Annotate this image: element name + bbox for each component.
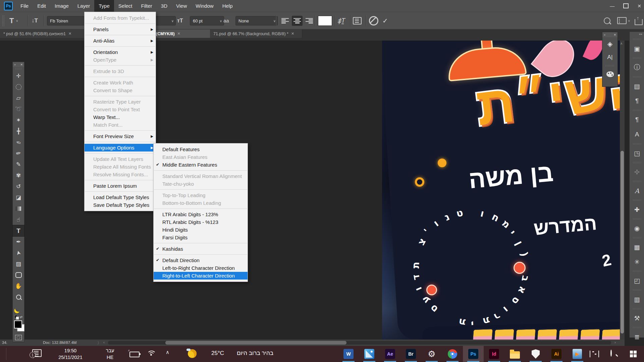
menu-item-panels[interactable]: Panels▶ (85, 25, 156, 33)
minimize-button[interactable]: — (610, 3, 614, 9)
menubar-item-image[interactable]: Image (50, 0, 73, 12)
menu-item-resolve-missing-fonts[interactable]: Resolve Missing Fonts... (85, 171, 156, 178)
styles-wheel-panel-icon[interactable]: ✳ (630, 254, 644, 269)
swap-colors-icon[interactable]: ⇄ (20, 315, 22, 319)
document-tab[interactable]: 71.psd @ 66.7% (Background, RGB/8) *✕ (210, 29, 302, 38)
language-indicator[interactable]: עבר HE (101, 347, 119, 361)
menu-item-east-asian-features[interactable]: East Asian Features (154, 153, 248, 161)
menu-item-left-to-right-character-direction[interactable]: Left-to-Right Character Direction (154, 264, 248, 272)
colors-panel-icon[interactable]: ◉ (630, 221, 644, 236)
taskbar-app-file-explorer[interactable] (504, 346, 525, 362)
zoom-tool[interactable] (13, 292, 24, 303)
3d-panel-icon[interactable]: ◳ (630, 146, 644, 161)
paragraph-styles-panel-icon[interactable]: ¶ (630, 112, 644, 127)
commit-edits-button[interactable]: ✓ (382, 12, 388, 29)
menu-item-anti-alias[interactable]: Anti-Alias▶ (85, 37, 156, 45)
move-tool[interactable]: ✛ (13, 70, 24, 81)
swatches-panel-icon[interactable]: ▦ (630, 240, 644, 254)
toggle-panels-button[interactable] (353, 17, 362, 24)
foreground-color-swatch[interactable] (14, 320, 22, 328)
workspace-switcher-icon[interactable] (617, 17, 627, 24)
menu-item-add-fonts-from-typekit[interactable]: Add Fonts from Typekit... (85, 14, 156, 22)
crop-tool[interactable]: ╋ (13, 126, 24, 137)
tab-close-icon[interactable]: ✕ (177, 32, 180, 36)
menu-item-farsi-digits[interactable]: Farsi Digits (154, 234, 248, 241)
document-tab[interactable]: 1פואפאם.psd @ 51.6% (RGB/8) *✕ (0, 29, 94, 38)
font-size-field[interactable]: 60 pt ∨ (190, 16, 224, 25)
taskbar-app-bridge[interactable]: Br (400, 346, 421, 362)
menu-item-orientation[interactable]: Orientation▶ (85, 48, 156, 56)
type-tool-preset[interactable]: T ∨ (9, 12, 18, 29)
align-center-button[interactable] (292, 16, 303, 26)
actions-panel-icon[interactable]: ▣ (630, 41, 644, 56)
taskbar-app-after-effects[interactable]: Ae (380, 346, 400, 362)
tray-chevron-icon[interactable]: ∧ (166, 349, 169, 355)
menu-item-bottom-to-bottom-leading[interactable]: Bottom-to-Bottom Leading (154, 199, 248, 207)
scroll-right-arrow[interactable]: › (614, 340, 616, 344)
menu-item-rasterize-type-layer[interactable]: Rasterize Type Layer (85, 98, 156, 106)
menu-item-font-preview-size[interactable]: Font Preview Size▶ (85, 132, 156, 140)
eyedropper-tool[interactable]: ✑ (13, 137, 24, 148)
horizontal-scrollbar-thumb[interactable] (165, 341, 346, 345)
warp-text-button[interactable]: ⹋T̰ (337, 12, 345, 29)
anti-alias-field[interactable]: None ∨ (235, 16, 278, 25)
taskbar-app-indesign[interactable]: Id (484, 346, 504, 362)
ruler-tool[interactable]: ▨ (13, 258, 24, 269)
menu-item-default-features[interactable]: Default Features (154, 145, 248, 153)
menubar-item-type[interactable]: Type (94, 0, 114, 12)
chevron-down-icon[interactable]: ∨ (273, 19, 276, 23)
menubar-item-filter[interactable]: Filter (137, 0, 157, 12)
menu-item-extrude-to-3d[interactable]: Extrude to 3D (85, 67, 156, 75)
weather-description[interactable]: בהיר ברוב היום (237, 350, 273, 357)
maximize-button[interactable] (623, 3, 629, 8)
eraser-tool[interactable]: ◪ (13, 192, 24, 203)
toolbox-close-icon[interactable]: ✕ (20, 63, 23, 66)
scroll-up-arrow[interactable]: ∧ (620, 42, 623, 45)
menu-item-kashidas[interactable]: ✔Kashidas (154, 245, 248, 253)
text-color-swatch[interactable] (318, 16, 332, 26)
menu-item-save-default-type-styles[interactable]: Save Default Type Styles (85, 201, 156, 209)
align-left-button[interactable] (280, 16, 290, 26)
color-palette-icon[interactable] (602, 67, 618, 81)
menu-item-match-font[interactable]: Match Font... (85, 121, 156, 129)
menu-item-rtl-arabic-digits-123[interactable]: RTL Arabic Digits - %123 (154, 218, 248, 226)
menubar-item-layer[interactable]: Layer (73, 0, 95, 12)
taskbar-app-defender[interactable] (525, 346, 546, 362)
menubar-item-3d[interactable]: 3D (157, 0, 172, 12)
panel-collapse-icon[interactable]: » (604, 33, 605, 37)
mixer-brush-tool[interactable]: ✾ (13, 170, 24, 181)
glyphs-panel-icon[interactable]: A (630, 183, 644, 198)
magnetic-lasso-tool[interactable]: ➰ (13, 104, 24, 115)
menu-item-replace-all-missing-fonts[interactable]: Replace All Missing Fonts (85, 163, 156, 171)
search-icon[interactable] (604, 17, 610, 24)
shape-tool[interactable] (13, 269, 24, 281)
status-chevron-icon[interactable]: 〉 (97, 341, 101, 346)
document-artwork[interactable]: השי״ת בן משה המדרש 2 סעודת צ'ונט וחמין) … (382, 41, 620, 340)
notification-center-icon[interactable]: 1 (32, 349, 42, 357)
path-selection-tool[interactable]: ➤ (13, 247, 24, 258)
menubar-item-select[interactable]: Select (114, 0, 137, 12)
start-button[interactable] (630, 351, 637, 357)
menu-item-middle-eastern-features[interactable]: ✔Middle Eastern Features (154, 161, 248, 169)
wifi-icon[interactable] (147, 351, 156, 357)
taskbar-app-word[interactable]: W (338, 346, 359, 362)
menu-item-right-to-left-character-direction[interactable]: Right-to-Left Character Direction (154, 272, 248, 280)
scroll-left-arrow[interactable]: ‹ (103, 340, 105, 344)
paragraph-panel-icon[interactable]: ¶ (630, 94, 644, 108)
libraries-panel-icon[interactable]: ▥ (630, 292, 644, 307)
gradient-tool[interactable] (13, 203, 24, 214)
menu-item-paste-lorem-ipsum[interactable]: Paste Lorem Ipsum (85, 182, 156, 190)
taskbar-search-icon[interactable] (610, 350, 612, 356)
perspective-crop-tool[interactable]: ▱ (13, 93, 24, 104)
menu-item-ltr-arabic-digits-123[interactable]: LTR Arabic Digits - 123% (154, 210, 248, 218)
menu-item-standard-vertical-roman-alignment[interactable]: Standard Vertical Roman Alignment (154, 172, 248, 180)
share-panel-icon[interactable]: ✣ (630, 165, 644, 179)
taskbar-app-settings[interactable]: ⚙ (421, 346, 442, 362)
options-grip[interactable] (2, 15, 4, 26)
weather-moon-icon[interactable] (188, 349, 197, 358)
info-panel-icon[interactable]: ⓘ (630, 60, 644, 75)
menu-item-load-default-type-styles[interactable]: Load Default Type Styles (85, 193, 156, 201)
menubar-item-help[interactable]: Help (218, 0, 237, 12)
cancel-edits-button[interactable] (369, 16, 378, 25)
layers-icon[interactable]: ◈ (602, 37, 618, 51)
